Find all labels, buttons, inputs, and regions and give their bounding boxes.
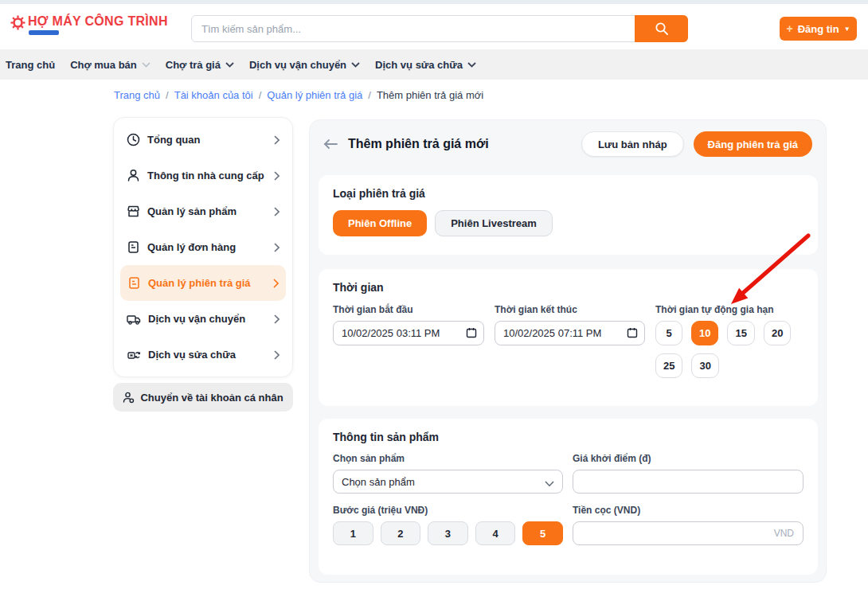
session-type-card: Loại phiên trả giá Phiên Offline Phiên L…: [319, 175, 818, 255]
logo[interactable]: HỢ MÁY CÔNG TRÌNH: [10, 14, 168, 35]
user-icon: [127, 169, 140, 182]
starting-price-input[interactable]: [573, 470, 803, 494]
breadcrumb: Trang chủ / Tài khoản của tôi / Quản lý …: [114, 89, 483, 101]
breadcrumb-bid-management[interactable]: Quản lý phiên trả giá: [267, 89, 362, 101]
nav-label: Dịch vụ sửa chữa: [375, 59, 463, 71]
chevron-down-icon: [351, 62, 360, 68]
search-icon: [655, 21, 669, 36]
main-panel: Thêm phiên trả giá mới Lưu bản nháp Đăng…: [309, 119, 827, 583]
time-title: Thời gian: [333, 281, 803, 294]
session-type-livestream-button[interactable]: Phiên Livestream: [435, 210, 553, 236]
sidebar-item-label: Quản lý sản phẩm: [147, 205, 237, 217]
session-type-offline-button[interactable]: Phiên Offline: [333, 210, 427, 236]
account-sidebar: Tổng quan Thông tin nhà cung cấp Quản lý…: [113, 117, 293, 377]
gear-logo-icon: [10, 15, 25, 30]
chevron-down-icon: [142, 62, 151, 68]
switch-to-personal-account-button[interactable]: Chuyển về tài khoản cá nhân: [113, 383, 293, 412]
step-option-4[interactable]: 4: [475, 521, 516, 545]
extend-option-15[interactable]: 15: [727, 321, 754, 345]
caret-down-icon: ▼: [844, 25, 850, 33]
repair-icon: [127, 349, 141, 361]
publish-session-button[interactable]: Đăng phiên trả giá: [694, 131, 812, 157]
sidebar-item-label: Thông tin nhà cung cấp: [147, 170, 264, 181]
page-title: Thêm phiên trả giá mới: [348, 137, 489, 151]
price-step-label: Bước giá (triệu VNĐ): [333, 505, 563, 516]
search-bar: [191, 15, 688, 42]
end-time-label: Thời gian kết thúc: [495, 304, 645, 315]
chevron-down-icon: [467, 62, 476, 68]
chevron-down-icon: [225, 62, 234, 68]
search-button[interactable]: [635, 15, 688, 42]
nav-item-marketplace[interactable]: Chợ mua bán: [70, 59, 151, 71]
deposit-label: Tiền cọc (VND): [573, 505, 803, 516]
nav-label: Chợ mua bán: [70, 59, 137, 71]
sidebar-item-overview[interactable]: Tổng quan: [114, 122, 292, 158]
nav-item-transport[interactable]: Dịch vụ vận chuyển: [249, 59, 360, 71]
nav-label: Trang chủ: [6, 59, 55, 71]
truck-icon: [127, 313, 141, 326]
sidebar-item-label: Quản lý phiên trả giá: [148, 277, 251, 289]
step-option-1[interactable]: 1: [333, 521, 373, 545]
extend-option-20[interactable]: 20: [764, 321, 791, 345]
nav-item-repair[interactable]: Dịch vụ sửa chữa: [375, 59, 476, 71]
nav-label: Chợ trả giá: [166, 59, 221, 71]
price-step-options: 1 2 3 4 5: [333, 521, 563, 545]
chevron-right-icon: [274, 314, 280, 324]
sidebar-item-transport-service[interactable]: Dịch vụ vận chuyển: [114, 301, 292, 337]
chevron-right-icon: [274, 350, 280, 360]
main-nav: Trang chủ Chợ mua bán Chợ trả giá Dịch v…: [0, 49, 868, 80]
sidebar-item-label: Quản lý đơn hàng: [147, 241, 236, 253]
post-listing-label: Đăng tin: [798, 23, 839, 35]
sidebar-item-repair-service[interactable]: Dịch vụ sửa chữa: [114, 337, 292, 373]
extend-option-30[interactable]: 30: [691, 353, 718, 378]
sidebar-item-bid-session-management[interactable]: Quản lý phiên trả giá: [120, 265, 286, 301]
user-gear-icon: [123, 392, 135, 404]
step-option-3[interactable]: 3: [428, 521, 468, 545]
chevron-right-icon: [274, 135, 280, 145]
time-card: Thời gian Thời gian bắt đầu Thời gian kế…: [319, 269, 818, 406]
nav-item-bidding[interactable]: Chợ trả giá: [166, 59, 234, 71]
plus-icon: +: [786, 22, 792, 35]
chevron-right-icon: [274, 207, 280, 217]
back-arrow-icon[interactable]: [323, 139, 338, 150]
breadcrumb-separator: /: [259, 89, 262, 101]
breadcrumb-separator: /: [166, 89, 169, 101]
starting-price-label: Giá khởi điểm (đ): [573, 453, 803, 464]
switch-account-label: Chuyển về tài khoản cá nhân: [140, 392, 283, 404]
product-info-card: Thông tin sản phẩm Chọn sản phẩm Chọn sả…: [319, 419, 818, 575]
extend-option-10[interactable]: 10: [691, 321, 718, 345]
chevron-right-icon: [273, 279, 279, 288]
start-datetime-input[interactable]: [333, 321, 484, 345]
breadcrumb-separator: /: [368, 89, 371, 101]
logo-badge: [29, 30, 59, 35]
search-input[interactable]: [191, 15, 688, 42]
nav-item-home[interactable]: Trang chủ: [6, 59, 55, 71]
header: HỢ MÁY CÔNG TRÌNH + Đăng tin ▼: [0, 4, 868, 49]
product-select[interactable]: Chọn sản phẩm: [333, 470, 563, 494]
sidebar-item-order-management[interactable]: Quản lý đơn hàng: [114, 229, 292, 265]
breadcrumb-home[interactable]: Trang chủ: [114, 89, 160, 101]
chevron-right-icon: [274, 171, 280, 181]
save-draft-button[interactable]: Lưu bản nháp: [581, 131, 684, 157]
clock-icon: [127, 133, 140, 146]
start-time-label: Thời gian bắt đầu: [333, 304, 484, 315]
store-icon: [127, 205, 140, 218]
logo-text: HỢ MÁY CÔNG TRÌNH: [28, 14, 168, 29]
extend-option-5[interactable]: 5: [655, 321, 682, 345]
breadcrumb-account[interactable]: Tài khoản của tôi: [174, 89, 253, 101]
extend-option-25[interactable]: 25: [655, 353, 682, 378]
product-info-title: Thông tin sản phẩm: [333, 431, 803, 443]
product-select-value: Chọn sản phẩm: [342, 476, 415, 488]
step-option-5[interactable]: 5: [522, 521, 563, 545]
post-listing-button[interactable]: + Đăng tin ▼: [780, 17, 857, 41]
auto-extend-options: 5 10 15 20 25 30: [655, 321, 803, 378]
breadcrumb-current: Thêm phiên trả giá mới: [377, 89, 483, 101]
deposit-input[interactable]: [573, 521, 803, 545]
end-datetime-input[interactable]: [495, 321, 645, 345]
page-header: Thêm phiên trả giá mới Lưu bản nháp Đăng…: [323, 131, 812, 157]
sidebar-item-supplier-info[interactable]: Thông tin nhà cung cấp: [114, 158, 292, 193]
sidebar-item-product-management[interactable]: Quản lý sản phẩm: [114, 193, 292, 229]
nav-label: Dịch vụ vận chuyển: [249, 59, 346, 71]
step-option-2[interactable]: 2: [381, 521, 421, 545]
auction-icon: [127, 276, 141, 290]
